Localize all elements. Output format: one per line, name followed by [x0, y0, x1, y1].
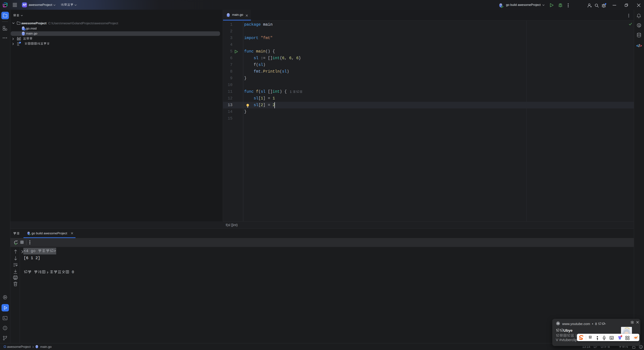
svg-text:GO: GO — [4, 4, 6, 5]
